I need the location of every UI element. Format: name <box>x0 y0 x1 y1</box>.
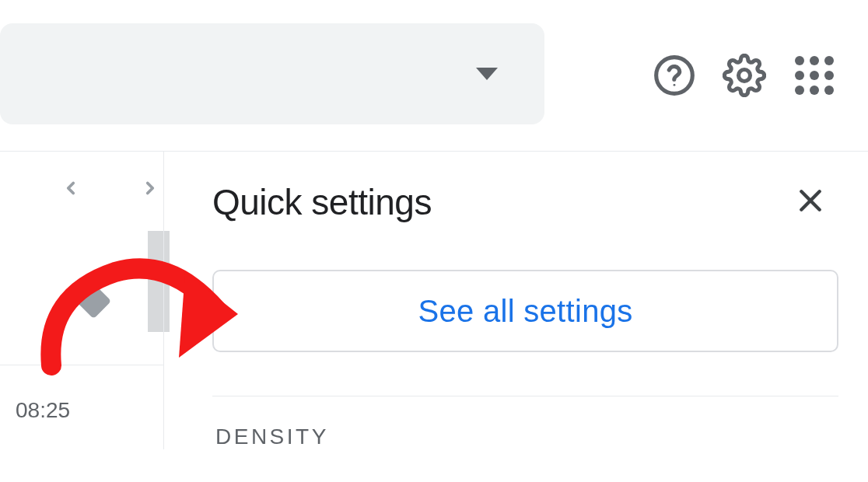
tag-row <box>0 239 163 355</box>
topbar-icons <box>652 53 837 98</box>
density-section-label: DENSITY <box>164 396 868 449</box>
search-options-dropdown-icon[interactable] <box>476 68 498 80</box>
apps-grid-icon[interactable] <box>792 53 837 98</box>
chevron-left-icon[interactable] <box>61 178 81 201</box>
settings-gear-icon[interactable] <box>722 53 767 98</box>
see-all-settings-button[interactable]: See all settings <box>212 270 838 352</box>
quick-settings-panel: Quick settings See all settings DENSITY <box>163 152 868 449</box>
top-bar <box>0 0 868 152</box>
timestamp: 08:25 <box>0 365 163 423</box>
svg-point-2 <box>739 70 751 82</box>
chevron-right-icon[interactable] <box>140 178 160 201</box>
close-icon[interactable] <box>795 185 826 219</box>
panel-header: Quick settings <box>164 152 868 223</box>
search-box[interactable] <box>0 23 544 124</box>
pagination-nav <box>0 152 163 201</box>
tag-icon[interactable] <box>70 278 114 324</box>
svg-point-1 <box>674 84 676 86</box>
left-column: 08:25 <box>0 152 163 449</box>
help-icon[interactable] <box>652 53 697 98</box>
panel-title: Quick settings <box>212 181 432 223</box>
main-area: 08:25 Quick settings See all settings DE… <box>0 152 868 449</box>
